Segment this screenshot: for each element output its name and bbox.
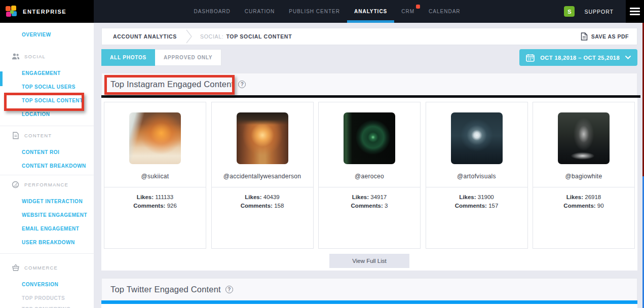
instagram-card: @accidentallywesanderson Likes: 40439 Co… xyxy=(211,102,314,249)
sidebar-item-content-breakdown[interactable]: CONTENT BREAKDOWN xyxy=(0,159,94,173)
sidebar-item-top-social-content[interactable]: TOP SOCIAL CONTENT xyxy=(0,94,94,107)
sidebar-section-performance-title: PERFORMANCE xyxy=(24,182,68,187)
sidebar-item-label: WEBSITE ENGAGEMENT xyxy=(22,212,87,218)
instagram-card: @artofvisuals Likes: 31900 Comments: 157 xyxy=(426,102,528,249)
sidebar-item-widget-interaction[interactable]: WIDGET INTERACTION xyxy=(0,195,94,208)
brand-name: ENTERPRISE xyxy=(23,9,66,15)
calendar-icon xyxy=(526,54,535,62)
view-full-list-button[interactable]: View Full List xyxy=(329,254,409,268)
sidebar-item-label: USER BREAKDOWN xyxy=(22,240,75,245)
sidebar-item-top-converting-content: TOP CONVERTING CONTENT xyxy=(0,305,94,308)
date-range-picker[interactable]: OCT 18,2018 – OCT 25,2018 xyxy=(519,49,637,66)
sidebar-item-user-breakdown[interactable]: USER BREAKDOWN xyxy=(0,236,94,249)
sidebar-item-label: TOP PRODUCTS xyxy=(22,295,65,301)
nav-item-curation[interactable]: CURATION xyxy=(245,0,275,23)
sidebar-section-content: CONTENT CONTENT ROI CONTENT BREAKDOWN xyxy=(0,126,94,173)
likes-label: Likes: xyxy=(245,194,261,200)
sidebar-section-social: SOCIAL ENGAGEMENT TOP SOCIAL USERS TOP S… xyxy=(0,53,94,121)
sidebar-item-label: EMAIL ENGAGEMENT xyxy=(22,226,79,232)
gauge-icon xyxy=(11,181,20,188)
sidebar-section-commerce: COMMERCE CONVERSION TOP PRODUCTS TOP CON… xyxy=(0,254,94,308)
instagram-username: @accidentallywesanderson xyxy=(212,173,313,180)
instagram-photo[interactable] xyxy=(237,112,288,164)
twitter-section-header: Top Twitter Engaged Content ? xyxy=(101,278,637,300)
instagram-photo[interactable] xyxy=(344,112,395,164)
document-page-icon xyxy=(581,32,588,41)
help-icon[interactable]: ? xyxy=(238,81,246,88)
comments-label: Comments: xyxy=(133,203,165,209)
instagram-card: @aeroceo Likes: 34917 Comments: 3 xyxy=(318,102,421,249)
likes-value: 40439 xyxy=(263,194,280,200)
comments-value: 157 xyxy=(488,203,498,209)
active-tab-underline xyxy=(347,20,394,23)
nav-item-dashboard[interactable]: DASHBOARD xyxy=(194,0,230,23)
save-as-pdf-button[interactable]: SAVE AS PDF xyxy=(581,32,629,41)
basket-icon xyxy=(11,264,20,271)
hamburger-menu-icon[interactable] xyxy=(626,0,644,23)
document-icon xyxy=(11,132,20,139)
save-as-pdf-label: SAVE AS PDF xyxy=(591,33,629,40)
twitter-accent-bar xyxy=(101,300,637,304)
sidebar-item-label: ENGAGEMENT xyxy=(22,70,61,76)
nav-item-analytics-label: ANALYTICS xyxy=(354,9,387,14)
user-avatar[interactable]: S xyxy=(564,6,575,17)
sidebar-section-content-title: CONTENT xyxy=(24,133,52,138)
approved-only-button[interactable]: APPROVED ONLY xyxy=(155,49,221,66)
sidebar-item-website-engagement[interactable]: WEBSITE ENGAGEMENT xyxy=(0,208,94,222)
all-photos-button[interactable]: ALL PHOTOS xyxy=(101,49,155,66)
twitter-section-body xyxy=(101,304,637,308)
users-icon xyxy=(11,53,20,60)
likes-label: Likes: xyxy=(566,194,583,200)
chevron-right-icon xyxy=(186,29,192,44)
instagram-section-header: Top Instagram Engaged Content ? xyxy=(101,73,637,95)
instagram-card-stats: Likes: 26918 Comments: 90 xyxy=(533,187,634,209)
sidebar-item-overview[interactable]: OVERVIEW xyxy=(22,32,94,37)
comments-label: Comments: xyxy=(241,203,273,209)
support-link[interactable]: SUPPORT xyxy=(584,9,614,15)
instagram-username: @bagiowhite xyxy=(533,173,634,180)
likes-label: Likes: xyxy=(137,194,154,200)
instagram-section-body: @sukiicat Likes: 111133 Comments: 926 @a… xyxy=(101,98,637,271)
nav-item-analytics[interactable]: ANALYTICS xyxy=(354,0,387,23)
breadcrumb: ACCOUNT ANALYTICS SOCIAL: TOP SOCIAL CON… xyxy=(101,28,637,45)
breadcrumb-current-page: TOP SOCIAL CONTENT xyxy=(226,33,292,40)
main-content: ACCOUNT ANALYTICS SOCIAL: TOP SOCIAL CON… xyxy=(94,23,644,308)
nav-item-crm-label: CRM xyxy=(401,9,414,14)
sidebar-section-performance: PERFORMANCE WIDGET INTERACTION WEBSITE E… xyxy=(0,175,94,249)
nav-item-crm[interactable]: CRM xyxy=(401,0,414,23)
instagram-card-stats: Likes: 34917 Comments: 3 xyxy=(319,187,420,209)
instagram-photo[interactable] xyxy=(129,112,181,164)
chevron-down-icon xyxy=(625,56,631,59)
comments-value: 3 xyxy=(385,203,388,209)
sidebar-item-label: CONTENT ROI xyxy=(22,149,59,155)
comments-label: Comments: xyxy=(351,203,383,209)
instagram-section: Top Instagram Engaged Content ? @sukiica… xyxy=(101,73,637,271)
twitter-section: Top Twitter Engaged Content ? xyxy=(101,278,637,308)
sidebar-item-engagement[interactable]: ENGAGEMENT xyxy=(0,66,94,80)
comments-label: Comments: xyxy=(455,203,487,209)
likes-label: Likes: xyxy=(459,194,476,200)
sidebar-item-location[interactable]: LOCATION xyxy=(0,107,94,121)
sidebar-item-label: CONTENT BREAKDOWN xyxy=(22,163,86,169)
nav-item-calendar[interactable]: CALENDAR xyxy=(429,0,460,23)
instagram-photo[interactable] xyxy=(451,112,503,164)
date-range-label: OCT 18,2018 – OCT 25,2018 xyxy=(540,55,620,61)
brand-logo[interactable]: ENTERPRISE xyxy=(0,0,94,23)
help-icon[interactable]: ? xyxy=(225,286,233,293)
likes-label: Likes: xyxy=(352,194,369,200)
likes-value: 111133 xyxy=(155,194,173,200)
instagram-card: @bagiowhite Likes: 26918 Comments: 90 xyxy=(533,102,635,249)
instagram-photo[interactable] xyxy=(558,112,610,164)
comments-label: Comments: xyxy=(563,203,595,209)
nav-item-publish-center[interactable]: PUBLISH CENTER xyxy=(289,0,340,23)
instagram-username: @aeroceo xyxy=(319,173,420,180)
comments-value: 90 xyxy=(597,203,604,209)
sidebar-item-top-social-users[interactable]: TOP SOCIAL USERS xyxy=(0,80,94,94)
sidebar-item-conversion[interactable]: CONVERSION xyxy=(0,278,94,291)
likes-value: 34917 xyxy=(370,194,387,200)
sidebar-item-content-roi[interactable]: CONTENT ROI xyxy=(0,145,94,159)
sidebar-section-social-title: SOCIAL xyxy=(24,54,46,59)
sidebar-item-email-engagement[interactable]: EMAIL ENGAGEMENT xyxy=(0,222,94,236)
sidebar-item-label: TOP CONVERTING CONTENT xyxy=(22,306,94,308)
breadcrumb-root[interactable]: ACCOUNT ANALYTICS xyxy=(113,33,177,40)
